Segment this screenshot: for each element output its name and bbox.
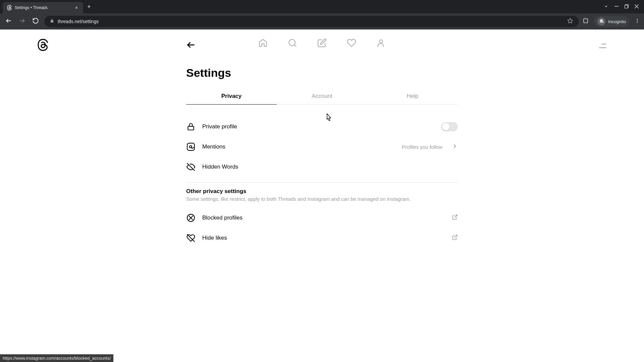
incognito-label: Incognito <box>608 19 626 24</box>
compose-icon[interactable] <box>317 38 327 48</box>
chevron-right-icon <box>452 143 458 150</box>
bookmark-star-icon[interactable] <box>567 18 573 25</box>
svg-marker-7 <box>568 18 573 23</box>
forward-button[interactable] <box>17 17 27 26</box>
minimize-icon[interactable] <box>614 4 619 10</box>
incognito-icon <box>597 17 605 25</box>
private-profile-label: Private profile <box>202 123 434 130</box>
extensions-icon[interactable] <box>583 18 589 25</box>
blocked-profiles-label: Blocked profiles <box>202 215 445 221</box>
at-icon <box>186 142 196 152</box>
private-profile-toggle[interactable] <box>441 122 458 131</box>
divider <box>186 182 458 183</box>
home-icon[interactable] <box>258 38 268 48</box>
page-content: Settings Privacy Account Help Private pr… <box>0 29 644 362</box>
tab-title: Settings • Threads <box>15 5 71 10</box>
external-link-icon <box>452 214 458 222</box>
settings-tabs: Privacy Account Help <box>186 88 458 105</box>
reload-button[interactable] <box>31 17 40 26</box>
heart-off-icon <box>186 233 196 243</box>
svg-rect-18 <box>188 126 194 130</box>
other-privacy-title: Other privacy settings <box>186 188 458 195</box>
svg-line-25 <box>454 215 457 218</box>
svg-point-9 <box>637 19 638 20</box>
tab-favicon-icon <box>7 5 12 10</box>
browser-tab-strip: Settings • Threads × + <box>0 0 644 13</box>
svg-point-11 <box>637 22 638 23</box>
threads-logo-icon[interactable] <box>37 39 49 51</box>
lock-icon <box>186 122 196 131</box>
svg-line-14 <box>294 45 296 46</box>
svg-rect-2 <box>625 5 628 8</box>
browser-toolbar: threads.net/settings Incognito <box>0 13 644 29</box>
search-icon[interactable] <box>288 38 297 48</box>
window-controls <box>604 4 641 10</box>
lock-icon <box>50 18 54 24</box>
maximize-icon[interactable] <box>625 4 629 10</box>
svg-line-27 <box>454 235 457 238</box>
tab-close-icon[interactable]: × <box>74 5 79 10</box>
external-link-icon <box>452 234 458 242</box>
incognito-badge[interactable]: Incognito <box>594 16 629 27</box>
browser-menu-icon[interactable] <box>635 18 640 25</box>
tab-account[interactable]: Account <box>277 88 367 104</box>
other-privacy-description: Some settings, like restrict, apply to b… <box>186 196 458 202</box>
hide-likes-label: Hide likes <box>202 235 445 241</box>
blocked-icon <box>186 213 196 223</box>
url-text: threads.net/settings <box>58 19 99 24</box>
back-button[interactable] <box>4 17 13 26</box>
svg-rect-19 <box>187 143 195 150</box>
mentions-label: Mentions <box>202 143 395 150</box>
tab-search-icon[interactable] <box>604 4 608 10</box>
hide-likes-row[interactable]: Hide likes <box>186 228 458 248</box>
page-title: Settings <box>186 66 458 79</box>
top-navigation <box>258 38 386 48</box>
svg-point-15 <box>379 40 382 43</box>
profile-icon[interactable] <box>376 38 386 48</box>
new-tab-button[interactable]: + <box>87 3 91 10</box>
tab-privacy[interactable]: Privacy <box>186 88 277 104</box>
svg-rect-0 <box>614 6 619 7</box>
close-window-icon[interactable] <box>635 4 639 10</box>
settings-content: Settings Privacy Account Help Private pr… <box>186 29 458 248</box>
page-back-button[interactable] <box>186 40 196 51</box>
svg-rect-8 <box>584 19 588 23</box>
privacy-settings-list: Private profile Mentions Profiles you fo… <box>186 105 458 248</box>
hidden-words-row[interactable]: Hidden Words <box>186 157 458 177</box>
menu-icon[interactable] <box>598 42 607 52</box>
blocked-profiles-row[interactable]: Blocked profiles <box>186 208 458 228</box>
mentions-value: Profiles you follow <box>402 144 442 150</box>
toolbar-right: Incognito <box>583 16 640 27</box>
eye-off-icon <box>186 162 196 172</box>
svg-point-10 <box>637 20 638 21</box>
hidden-words-label: Hidden Words <box>202 164 458 170</box>
address-bar[interactable]: threads.net/settings <box>44 16 579 27</box>
tab-help[interactable]: Help <box>367 88 458 104</box>
heart-icon[interactable] <box>347 38 356 48</box>
status-bar: https://www.instagram.com/accounts/block… <box>0 354 113 362</box>
browser-tab[interactable]: Settings • Threads × <box>3 2 83 13</box>
private-profile-row: Private profile <box>186 117 458 137</box>
mentions-row[interactable]: Mentions Profiles you follow <box>186 137 458 157</box>
